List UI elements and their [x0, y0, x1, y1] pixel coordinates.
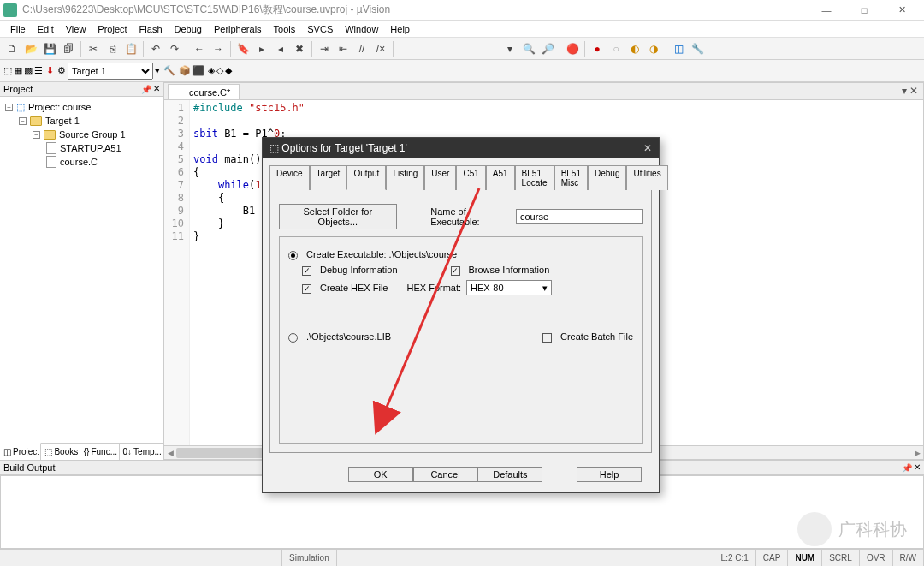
indent-icon[interactable]: ⇥ — [316, 40, 333, 57]
books-icon[interactable]: ◈ — [208, 65, 215, 76]
find-files-icon[interactable]: 🔎 — [539, 40, 556, 57]
breakpoint-killall-icon[interactable]: ◑ — [645, 40, 662, 57]
uncomment-icon[interactable]: /× — [372, 40, 389, 57]
tab-target[interactable]: Target — [310, 165, 347, 190]
project-root[interactable]: Project: course — [28, 100, 91, 114]
save-icon[interactable]: 💾 — [41, 40, 58, 57]
help-button[interactable]: Help — [577, 467, 642, 482]
tab-project[interactable]: ◫ Project — [0, 443, 41, 460]
project-close-icon[interactable]: ✕ — [153, 84, 160, 93]
minimize-button[interactable]: — — [808, 1, 845, 20]
new-icon[interactable]: 🗋 — [3, 40, 21, 57]
menu-view[interactable]: View — [61, 22, 92, 36]
tab-utilities[interactable]: Utilities — [626, 165, 667, 190]
dialog-close-icon[interactable]: ✕ — [643, 142, 652, 154]
create-hex-checkbox[interactable] — [302, 284, 311, 294]
breakpoint-disable-icon[interactable]: ○ — [607, 40, 625, 57]
build-close-icon[interactable]: ✕ — [914, 462, 921, 472]
scroll-left-icon[interactable]: ◀ — [164, 447, 176, 459]
debug-icon[interactable]: 🔴 — [564, 40, 581, 57]
cut-icon[interactable]: ✂ — [85, 40, 102, 57]
tab-listing[interactable]: Listing — [386, 165, 424, 190]
target-select[interactable]: Target 1 — [68, 63, 153, 80]
tab-bl51-misc[interactable]: BL51 Misc — [554, 165, 588, 190]
tab-output[interactable]: Output — [346, 165, 386, 190]
nav-fwd-icon[interactable]: → — [210, 40, 227, 57]
debug-info-checkbox[interactable] — [302, 266, 311, 276]
breakpoint-kill-icon[interactable]: ◐ — [626, 40, 643, 57]
outdent-icon[interactable]: ⇤ — [335, 40, 352, 57]
menu-peripherals[interactable]: Peripherals — [209, 22, 267, 36]
create-executable-radio[interactable] — [288, 251, 298, 260]
undo-icon[interactable]: ↶ — [147, 40, 164, 57]
ok-button[interactable]: OK — [348, 467, 413, 482]
scroll-right-icon[interactable]: ▶ — [911, 447, 923, 459]
tab-debug[interactable]: Debug — [588, 165, 626, 190]
config-icon[interactable]: ◇ — [216, 65, 223, 76]
editor-tab-course[interactable]: course.C* — [168, 84, 240, 99]
select-icon[interactable]: ⬛ — [192, 65, 204, 76]
create-library-radio[interactable] — [288, 333, 298, 343]
pin-icon[interactable]: 📌 — [141, 85, 151, 94]
menu-project[interactable]: Project — [92, 22, 132, 36]
menu-tools[interactable]: Tools — [269, 22, 301, 36]
dialog-titlebar[interactable]: ⬚ Options for Target 'Target 1' ✕ — [263, 138, 659, 158]
rebuild-icon[interactable]: ▩ — [24, 65, 33, 76]
tab-books[interactable]: ⬚ Books — [41, 444, 80, 460]
configure-icon[interactable]: 🔧 — [689, 40, 706, 57]
executable-name-input[interactable] — [516, 209, 643, 224]
tab-c51[interactable]: C51 — [456, 165, 485, 190]
bookmark-prev-icon[interactable]: ◂ — [272, 40, 289, 57]
menu-help[interactable]: Help — [385, 22, 415, 36]
tab-a51[interactable]: A51 — [486, 165, 515, 190]
build-pin-icon[interactable]: 📌 — [902, 463, 912, 473]
close-button[interactable]: ✕ — [883, 1, 921, 20]
menu-edit[interactable]: Edit — [33, 22, 59, 36]
menu-debug[interactable]: Debug — [169, 22, 207, 36]
hex-format-combo[interactable]: HEX-80▾ — [466, 280, 552, 295]
paste-icon[interactable]: 📋 — [122, 40, 139, 57]
create-batch-checkbox[interactable] — [542, 333, 552, 343]
target-dropdown-icon[interactable]: ▾ — [155, 65, 160, 76]
bookmark-next-icon[interactable]: ▸ — [253, 40, 270, 57]
batch-build-icon[interactable]: ☰ — [34, 65, 43, 76]
tab-functions[interactable]: {} Func... — [80, 444, 120, 460]
project-file-startup[interactable]: STARTUP.A51 — [60, 141, 121, 155]
manage-icon[interactable]: 📦 — [179, 65, 191, 76]
nav-back-icon[interactable]: ← — [191, 40, 208, 57]
menu-svcs[interactable]: SVCS — [302, 22, 338, 36]
project-tree[interactable]: −⬚Project: course −Target 1 −Source Grou… — [0, 97, 163, 443]
target-options-icon[interactable]: ⚙ — [57, 65, 66, 76]
maximize-button[interactable]: □ — [845, 1, 883, 20]
bookmark-clear-icon[interactable]: ✖ — [291, 40, 308, 57]
browse-info-checkbox[interactable] — [451, 266, 460, 276]
tab-user[interactable]: User — [424, 165, 456, 190]
find-dropdown-icon[interactable]: ▾ — [501, 40, 518, 57]
copy-icon[interactable]: ⎘ — [104, 40, 121, 57]
menu-flash[interactable]: Flash — [134, 22, 168, 36]
menu-window[interactable]: Window — [340, 22, 383, 36]
open-icon[interactable]: 📂 — [22, 40, 39, 57]
defaults-button[interactable]: Defaults — [477, 467, 542, 482]
breakpoint-icon[interactable]: ● — [589, 40, 606, 57]
tab-device[interactable]: Device — [270, 165, 310, 190]
cancel-button[interactable]: Cancel — [413, 467, 478, 482]
menu-file[interactable]: File — [5, 22, 31, 36]
options-icon[interactable]: 🔨 — [163, 65, 175, 76]
window-icon[interactable]: ◫ — [670, 40, 687, 57]
find-icon[interactable]: 🔍 — [520, 40, 537, 57]
translate-icon[interactable]: ⬚ — [3, 65, 12, 76]
bookmark-icon[interactable]: 🔖 — [234, 40, 252, 57]
project-target[interactable]: Target 1 — [45, 114, 80, 128]
project-file-course[interactable]: course.C — [60, 155, 98, 169]
tab-bl51-locate[interactable]: BL51 Locate — [515, 165, 554, 190]
saveall-icon[interactable]: 🗐 — [60, 40, 77, 57]
manage-rte-icon[interactable]: ◆ — [225, 65, 232, 76]
download-icon[interactable]: ⬇ — [46, 65, 54, 76]
build-icon[interactable]: ▦ — [14, 65, 22, 76]
editor-tabs-overflow-icon[interactable]: ▾ ✕ — [902, 85, 918, 97]
redo-icon[interactable]: ↷ — [166, 40, 183, 57]
project-group[interactable]: Source Group 1 — [59, 128, 126, 141]
select-folder-button[interactable]: Select Folder for Objects... — [279, 204, 397, 229]
tab-templates[interactable]: 0↓ Temp... — [120, 444, 163, 460]
